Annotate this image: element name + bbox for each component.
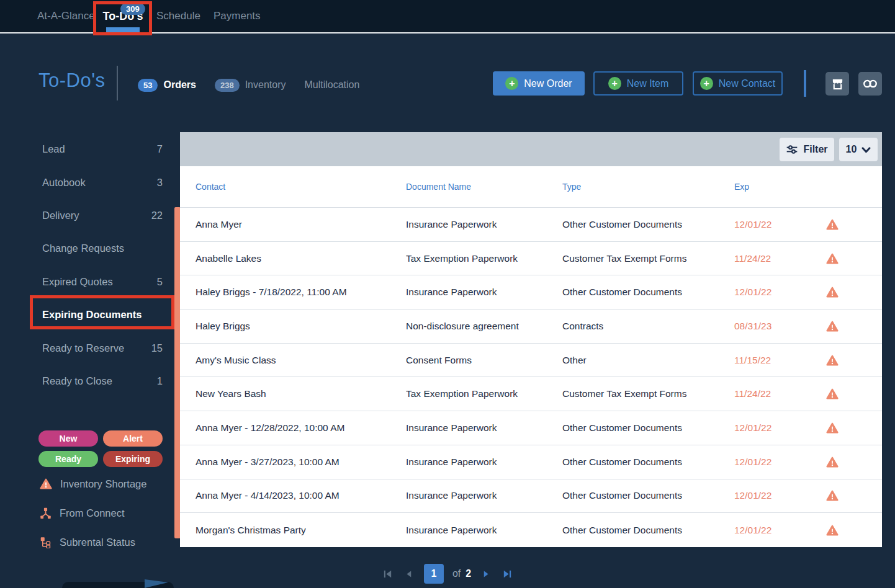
column-header-contact[interactable]: Contact — [196, 182, 406, 192]
cell-exp-date: 11/15/22 — [734, 355, 826, 366]
connect-link-button[interactable] — [858, 72, 882, 96]
cell-document-name: Insurance Paperwork — [406, 457, 562, 468]
cell-contact: New Years Bash — [196, 388, 406, 399]
column-header-type[interactable]: Type — [562, 182, 734, 192]
pagination-total-pages: 2 — [465, 568, 471, 579]
sidebar-links: Inventory Shortage From Connect Subrenta… — [40, 475, 176, 563]
table-body: Anna Myer Insurance Paperwork Other Cust… — [180, 208, 882, 547]
row-warning-icon — [826, 287, 882, 298]
pagination: 1 of 2 — [0, 561, 895, 586]
cell-contact: Anna Myer - 3/27/2023, 10:00 AM — [196, 457, 406, 468]
cell-exp-date: 12/01/22 — [734, 525, 826, 536]
table-row[interactable]: Anna Myer - 12/28/2022, 10:00 AM Insuran… — [180, 411, 882, 445]
table-row[interactable]: Anna Myer - 4/14/2023, 10:00 AM Insuranc… — [180, 479, 882, 514]
table-row[interactable]: Haley Briggs Non-disclosure agreement Co… — [180, 310, 882, 344]
cell-type: Other Customer Documents — [562, 422, 734, 434]
sidebar-category-list: Lead 7 Autobook 3 Delivery 22 Change Req… — [42, 133, 163, 398]
legend-pill-label: Expiring — [115, 454, 150, 464]
todo-sub-tab[interactable]: 238 Inventory — [215, 79, 286, 92]
row-warning-icon — [826, 321, 882, 332]
cell-exp-date: 12/01/22 — [734, 457, 826, 468]
todo-sub-tab[interactable]: 53 Orders — [138, 79, 196, 92]
cell-contact: Haley Briggs — [196, 321, 406, 332]
row-warning-icon — [826, 525, 882, 536]
from-connect-label: From Connect — [60, 507, 125, 519]
sidebar-item-count: 5 — [157, 276, 163, 288]
sidebar-category-item[interactable]: Expiring Documents — [42, 298, 163, 331]
tab-count-badge: 238 — [215, 79, 240, 92]
sidebar-category-item[interactable]: Change Requests — [42, 232, 163, 265]
legend-pill: Ready — [38, 451, 98, 467]
top-nav-bar: At-A-Glance 309 To-Do's Schedule Payment… — [0, 0, 895, 33]
row-warning-icon — [826, 490, 882, 501]
subrental-status-link[interactable]: Subrental Status — [40, 533, 176, 551]
top-nav-item-label: Schedule — [156, 10, 200, 22]
cell-exp-date: 11/24/22 — [734, 388, 826, 399]
legend-pill: New — [38, 430, 98, 447]
sidebar-category-item[interactable]: Ready to Close 1 — [42, 365, 163, 398]
page-size-value: 10 — [846, 144, 857, 155]
cell-contact: Morgan's Christmas Party — [196, 525, 406, 536]
sub-tab-bar: 53 Orders 238 Inventory Multilocation — [138, 76, 359, 94]
active-tab-underline — [106, 27, 140, 32]
cell-document-name: Insurance Paperwork — [406, 219, 562, 230]
previous-page-button[interactable] — [403, 568, 415, 580]
plus-icon: + — [505, 77, 518, 90]
table-row[interactable]: Anna Myer - 3/27/2023, 10:00 AM Insuranc… — [180, 445, 882, 479]
sidebar-category-item[interactable]: Ready to Reserve 15 — [42, 331, 163, 364]
pagination-of-label: of — [452, 568, 461, 579]
storefront-button[interactable] — [825, 72, 849, 96]
cell-exp-date: 12/01/22 — [734, 490, 826, 501]
new-contact-label: New Contact — [719, 78, 776, 89]
table-header-row: Contact Document Name Type Exp — [180, 166, 882, 208]
new-order-label: New Order — [524, 78, 572, 89]
table-row[interactable]: Haley Briggs - 7/18/2022, 11:00 AM Insur… — [180, 275, 882, 310]
cell-document-name: Insurance Paperwork — [406, 490, 562, 501]
sidebar-item-label: Expired Quotes — [42, 276, 113, 288]
column-header-document-name[interactable]: Document Name — [406, 182, 562, 192]
sidebar-category-item[interactable]: Delivery 22 — [42, 199, 163, 232]
table-row[interactable]: Anabelle Lakes Tax Exemption Paperwork C… — [180, 242, 882, 276]
cell-exp-date: 08/31/23 — [734, 321, 826, 332]
chevron-down-icon — [861, 146, 871, 153]
last-page-button[interactable] — [501, 568, 513, 580]
current-page-button[interactable]: 1 — [424, 564, 444, 584]
next-page-button[interactable] — [480, 568, 492, 580]
top-nav-item-label: At-A-Glance — [37, 10, 95, 22]
new-contact-button[interactable]: + New Contact — [693, 71, 783, 96]
tab-count-badge: 53 — [138, 79, 158, 92]
table-row[interactable]: Anna Myer Insurance Paperwork Other Cust… — [180, 208, 882, 242]
inventory-shortage-link[interactable]: Inventory Shortage — [40, 475, 176, 492]
first-page-button[interactable] — [382, 568, 394, 580]
page-size-dropdown[interactable]: 10 — [839, 138, 878, 161]
cell-type: Other Customer Documents — [562, 287, 734, 298]
column-header-exp[interactable]: Exp — [734, 182, 826, 192]
filter-button[interactable]: Filter — [780, 138, 834, 161]
top-nav-item[interactable]: Payments — [214, 0, 261, 32]
table-row[interactable]: Amy's Music Class Consent Forms Other 11… — [180, 344, 882, 378]
new-item-button[interactable]: + New Item — [593, 71, 683, 96]
nav-count-badge: 309 — [120, 3, 145, 15]
from-connect-link[interactable]: From Connect — [40, 504, 176, 522]
app-root: { "top_nav": { "items": [ { "label": "At… — [0, 0, 895, 588]
top-nav-item[interactable]: At-A-Glance — [37, 0, 95, 32]
cell-type: Other Customer Documents — [562, 219, 734, 230]
sidebar-category-item[interactable]: Expired Quotes 5 — [42, 265, 163, 298]
sidebar-item-label: Ready to Close — [42, 375, 112, 387]
sidebar-category-item[interactable]: Autobook 3 — [42, 166, 163, 198]
table-row[interactable]: Morgan's Christmas Party Insurance Paper… — [180, 513, 882, 547]
cell-document-name: Insurance Paperwork — [406, 525, 562, 536]
legend-pill: Alert — [103, 430, 163, 447]
top-nav-item[interactable]: Schedule — [156, 0, 200, 32]
table-row[interactable]: New Years Bash Tax Exemption Paperwork C… — [180, 377, 882, 411]
row-warning-icon — [826, 388, 882, 399]
new-order-button[interactable]: + New Order — [493, 71, 585, 96]
todo-sub-tab[interactable]: Multilocation — [304, 79, 359, 91]
sidebar-category-item[interactable]: Lead 7 — [42, 133, 163, 166]
new-item-label: New Item — [627, 78, 669, 89]
legend-pill-label: Alert — [123, 434, 143, 443]
connect-icon — [40, 507, 52, 519]
top-nav-item[interactable]: 309 To-Do's — [94, 0, 151, 32]
sidebar-item-count: 22 — [151, 210, 163, 221]
tab-label: Multilocation — [304, 79, 359, 91]
